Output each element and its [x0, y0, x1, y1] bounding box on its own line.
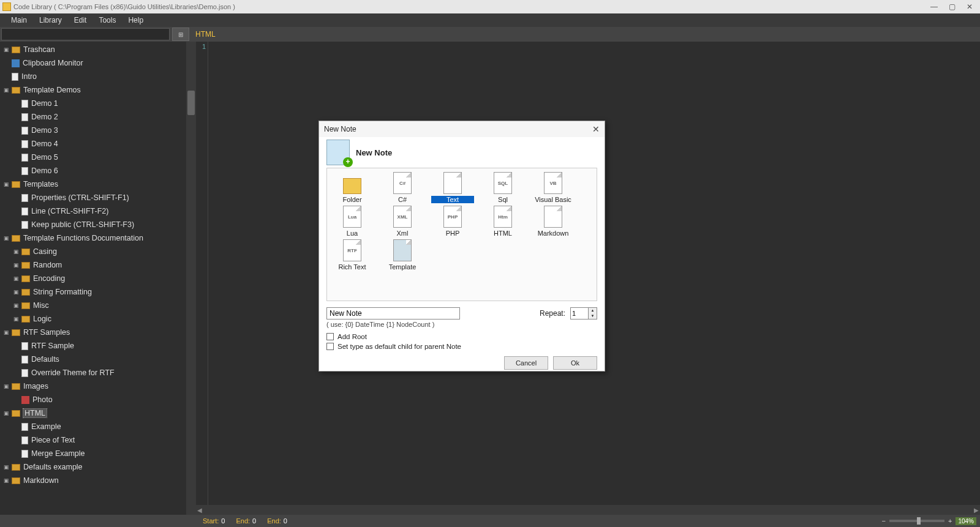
- tree-item[interactable]: ▣RTF Samples: [0, 326, 196, 339]
- expander-icon[interactable]: ▣: [13, 302, 20, 308]
- note-type-icon: [343, 178, 361, 194]
- note-type-option[interactable]: Template: [381, 239, 424, 271]
- note-type-option[interactable]: VBVisual Basic: [532, 172, 575, 203]
- tree-item[interactable]: ▣Images: [0, 379, 196, 393]
- status-end2-label: End:: [267, 517, 281, 525]
- repeat-spinner[interactable]: ▲▼: [570, 307, 597, 320]
- expander-icon[interactable]: ▣: [4, 181, 10, 187]
- note-type-option[interactable]: XMLXml: [381, 206, 424, 237]
- maximize-button[interactable]: ▢: [949, 2, 956, 11]
- tree-item[interactable]: Intro: [0, 70, 196, 83]
- dialog-close-button[interactable]: ✕: [592, 124, 600, 134]
- close-button[interactable]: ✕: [967, 2, 973, 11]
- expander-icon[interactable]: ▣: [4, 235, 10, 241]
- ok-button[interactable]: Ok: [553, 356, 597, 370]
- repeat-down[interactable]: ▼: [588, 313, 597, 319]
- menu-help[interactable]: Help: [122, 13, 149, 27]
- search-input[interactable]: [1, 28, 170, 40]
- note-type-option[interactable]: Markdown: [532, 206, 575, 237]
- tree-options-button[interactable]: ⊞: [172, 28, 189, 41]
- tree-item-label: Example: [31, 422, 61, 431]
- tree-item[interactable]: ▣HTML: [0, 406, 196, 420]
- tree-item[interactable]: ▣Logic: [0, 312, 196, 326]
- dialog-title: New Note: [324, 125, 356, 133]
- tree-item[interactable]: Override Theme for RTF: [0, 366, 196, 379]
- note-type-icon: VB: [544, 172, 562, 194]
- note-type-option[interactable]: SQLSql: [481, 172, 524, 203]
- editor-tab-label[interactable]: HTML: [195, 30, 216, 39]
- add-root-checkbox[interactable]: [326, 333, 334, 340]
- note-type-option[interactable]: HtmHTML: [481, 206, 524, 237]
- zoom-plus[interactable]: +: [948, 517, 952, 525]
- note-type-option[interactable]: PHPPHP: [431, 206, 474, 237]
- zoom-slider[interactable]: [889, 520, 944, 522]
- expander-icon[interactable]: ▣: [4, 87, 10, 93]
- expander-icon[interactable]: ▣: [4, 383, 10, 389]
- zoom-minus[interactable]: −: [882, 517, 886, 525]
- note-type-option[interactable]: Folder: [331, 172, 374, 203]
- doc-icon: [21, 369, 28, 377]
- tree-item[interactable]: Properties (CTRL-SHIFT-F1): [0, 191, 196, 204]
- tree-item[interactable]: Example: [0, 420, 196, 433]
- menu-tools[interactable]: Tools: [92, 13, 122, 27]
- tree-item[interactable]: Photo: [0, 393, 196, 406]
- repeat-value[interactable]: [571, 308, 588, 319]
- tree-item[interactable]: ▣Markdown: [0, 474, 196, 487]
- note-name-input[interactable]: [326, 307, 460, 320]
- tree-item-label: Demo 5: [31, 153, 58, 162]
- menu-edit[interactable]: Edit: [68, 13, 93, 27]
- editor-h-scrollbar[interactable]: ◀▶: [196, 505, 980, 515]
- menu-main[interactable]: Main: [5, 13, 33, 27]
- tree-item[interactable]: Defaults: [0, 353, 196, 366]
- minimize-button[interactable]: —: [930, 2, 938, 11]
- tree-item[interactable]: Demo 4: [0, 137, 196, 151]
- note-type-option[interactable]: LuaLua: [331, 206, 374, 237]
- menu-library[interactable]: Library: [33, 13, 68, 27]
- expander-icon[interactable]: ▣: [4, 464, 10, 470]
- tree-item[interactable]: Demo 3: [0, 124, 196, 137]
- tree-item[interactable]: Merge Example: [0, 447, 196, 460]
- note-type-option[interactable]: Text: [431, 172, 474, 203]
- tree-item-label: Casing: [33, 247, 57, 256]
- tree-item[interactable]: Demo 1: [0, 97, 196, 110]
- tree-item[interactable]: ▣Random: [0, 258, 196, 272]
- tree-item-label: Defaults example: [23, 463, 83, 471]
- set-default-checkbox[interactable]: [326, 343, 334, 350]
- expander-icon[interactable]: ▣: [13, 275, 20, 282]
- tree-item[interactable]: ▣Templates: [0, 178, 196, 191]
- expander-icon[interactable]: ▣: [13, 316, 20, 322]
- tree-item[interactable]: Keep public (CTRL-SHIFT-F3): [0, 218, 196, 231]
- tree-item[interactable]: ▣Casing: [0, 245, 196, 258]
- tree-item[interactable]: ▣Defaults example: [0, 460, 196, 474]
- tree-item[interactable]: ▣Misc: [0, 299, 196, 312]
- tree-item[interactable]: ▣Encoding: [0, 272, 196, 285]
- expander-icon[interactable]: ▣: [13, 289, 20, 295]
- expander-icon[interactable]: ▣: [13, 249, 20, 255]
- expander-icon[interactable]: ▣: [4, 477, 10, 484]
- tree-item[interactable]: Line (CTRL-SHIFT-F2): [0, 204, 196, 218]
- tree-item[interactable]: Demo 6: [0, 164, 196, 178]
- tree-item[interactable]: Demo 5: [0, 151, 196, 164]
- note-type-option[interactable]: RTFRich Text: [331, 239, 374, 271]
- expander-icon[interactable]: ▣: [4, 410, 10, 416]
- tree-item[interactable]: Clipboard Monitor: [0, 56, 196, 70]
- tree-item-label: RTF Samples: [23, 328, 70, 337]
- note-type-label: HTML: [481, 230, 524, 237]
- cancel-button[interactable]: Cancel: [504, 356, 548, 370]
- expander-icon[interactable]: ▣: [4, 47, 10, 53]
- tree-item[interactable]: ▣Trashcan: [0, 43, 196, 56]
- tree-item[interactable]: Demo 2: [0, 110, 196, 124]
- tree-item[interactable]: RTF Sample: [0, 339, 196, 353]
- expander-icon[interactable]: ▣: [13, 262, 20, 268]
- tree-item[interactable]: ▣String Formatting: [0, 285, 196, 299]
- repeat-up[interactable]: ▲: [588, 308, 597, 313]
- tree-item[interactable]: ▣Template Functions Documentation: [0, 231, 196, 245]
- tree-item-label: Demo 2: [31, 113, 58, 121]
- tree-item-label: Piece of Text: [31, 436, 75, 444]
- note-type-option[interactable]: C#C#: [381, 172, 424, 203]
- tree-item[interactable]: ▣Template Demos: [0, 83, 196, 97]
- expander-icon[interactable]: ▣: [4, 329, 10, 335]
- tree-scrollbar[interactable]: [186, 42, 196, 515]
- tree[interactable]: ▣TrashcanClipboard MonitorIntro▣Template…: [0, 42, 196, 488]
- tree-item[interactable]: Piece of Text: [0, 433, 196, 447]
